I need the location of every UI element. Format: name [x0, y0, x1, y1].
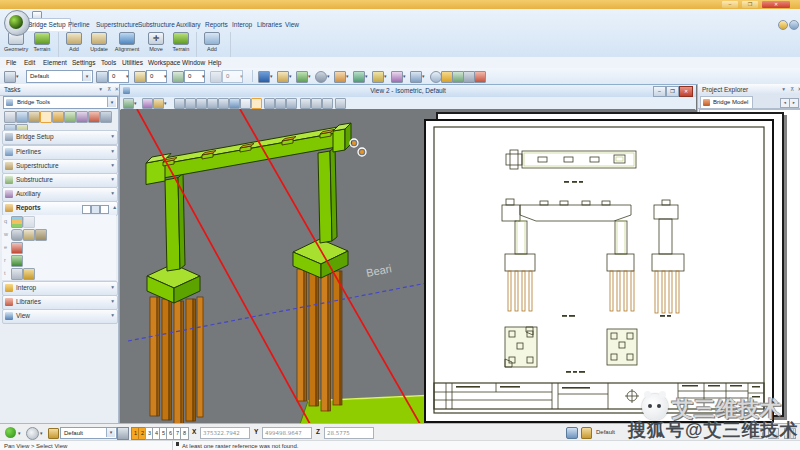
task-dropdown-caret-icon[interactable]: ▾	[107, 97, 116, 107]
report-row-q[interactable]: q	[2, 215, 116, 229]
panel-pin-icon[interactable]: ⊼	[790, 84, 794, 95]
z-coordinate-field[interactable]: 28.5775	[324, 427, 374, 439]
point-clouds-caret-icon[interactable]: ▾	[327, 73, 330, 79]
menu-window[interactable]: Window	[180, 58, 207, 67]
report-row-e[interactable]: e	[2, 241, 116, 255]
section-interop[interactable]: Interop▾	[2, 281, 118, 296]
zoom-in-icon[interactable]	[185, 98, 196, 109]
selection-mode-icon[interactable]	[566, 427, 578, 439]
active-locks-icon[interactable]	[581, 427, 592, 439]
markups-icon[interactable]	[391, 71, 403, 83]
report-row-r[interactable]: r	[2, 254, 116, 268]
status-grid-icon[interactable]	[784, 428, 796, 439]
references-icon[interactable]	[277, 71, 289, 83]
place-pier-icon[interactable]	[28, 111, 40, 123]
level-caret-icon[interactable]: ▾	[126, 73, 129, 79]
menu-element[interactable]: Element	[41, 58, 69, 67]
report-row-t[interactable]: t	[2, 267, 116, 281]
details-caret-icon[interactable]: ▾	[422, 73, 425, 79]
chevron-down-icon[interactable]: ▾	[111, 296, 114, 307]
auxiliary-coordinates-icon[interactable]	[372, 71, 384, 83]
menu-settings[interactable]: Settings	[70, 58, 98, 67]
point-clouds-icon[interactable]	[315, 71, 327, 83]
saved-view-icon[interactable]	[335, 98, 346, 109]
panel-menu-caret-icon[interactable]: ▾	[782, 84, 785, 95]
view-previous-icon[interactable]	[275, 98, 286, 109]
view-grid-icon[interactable]	[82, 205, 91, 214]
combo-caret-icon[interactable]: ▾	[106, 428, 115, 437]
sheet-front-page[interactable]	[424, 119, 774, 423]
rotate-view-icon[interactable]	[229, 98, 240, 109]
pan-view-icon[interactable]	[240, 98, 251, 109]
models-icon[interactable]	[258, 71, 270, 83]
view-restore-icon[interactable]: ❐	[666, 86, 679, 97]
display-mode-caret-icon[interactable]: ▾	[134, 100, 137, 106]
menu-file[interactable]: File	[4, 58, 18, 67]
view-adjust-icon[interactable]	[142, 98, 153, 109]
menu-utilities[interactable]: Utilities	[120, 58, 145, 67]
active-element-template-icon[interactable]	[4, 71, 16, 83]
element-selection-icon[interactable]	[4, 111, 16, 123]
x-coordinate-field[interactable]: 375322.7942	[200, 427, 250, 439]
terrain-button[interactable]: Terrain	[30, 32, 54, 56]
cells-icon[interactable]	[353, 71, 365, 83]
chevron-down-icon[interactable]: ▾	[111, 146, 114, 157]
update-bridge-button[interactable]: Update	[87, 32, 111, 56]
active-tool-icon[interactable]	[40, 111, 52, 123]
locks-icon[interactable]	[48, 428, 59, 439]
window-area-icon[interactable]	[207, 98, 218, 109]
fit-view-icon[interactable]	[218, 98, 229, 109]
section-bridge-setup[interactable]: Bridge Setup▾	[2, 130, 118, 145]
zoom-out-icon[interactable]	[196, 98, 207, 109]
place-abutment-icon[interactable]	[52, 111, 64, 123]
collapse-icon[interactable]: ▴	[113, 202, 116, 213]
view-details-icon[interactable]	[100, 205, 109, 214]
ribbon-options-icon[interactable]	[789, 20, 799, 30]
template-caret-icon[interactable]: ▾	[16, 73, 19, 79]
delete-element-icon[interactable]	[474, 71, 486, 83]
section-reports[interactable]: Reports ▴	[2, 201, 118, 216]
view-brightness-icon[interactable]	[153, 98, 164, 109]
color-caret-icon[interactable]: ▾	[164, 73, 167, 79]
bridge-reports-icon[interactable]	[100, 111, 112, 123]
ribbon-tab-interop[interactable]: Interop	[228, 19, 256, 31]
panel-menu-caret-icon[interactable]: ▾	[99, 84, 102, 95]
task-list-dropdown[interactable]: Bridge Tools ▾	[3, 96, 118, 109]
line-style-caret-icon[interactable]: ▾	[202, 73, 205, 79]
view-close-icon[interactable]: ✕	[679, 86, 693, 97]
snap-mode-icon[interactable]	[26, 427, 39, 440]
delete-bridge-icon[interactable]	[88, 111, 100, 123]
raster-caret-icon[interactable]: ▾	[308, 73, 311, 79]
active-level-icon[interactable]	[96, 71, 108, 83]
place-deck-icon[interactable]	[76, 111, 88, 123]
references-caret-icon[interactable]: ▾	[289, 73, 292, 79]
view-rotation-active-icon[interactable]	[251, 98, 262, 109]
section-auxiliary[interactable]: Auxiliary▾	[2, 187, 118, 202]
drawing-sheet-overlay[interactable]	[424, 112, 784, 423]
close-button[interactable]: ✕	[762, 1, 790, 8]
markups-caret-icon[interactable]: ▾	[403, 73, 406, 79]
restore-button[interactable]: ❐	[742, 1, 758, 8]
cells-caret-icon[interactable]: ▾	[365, 73, 368, 79]
menu-edit[interactable]: Edit	[22, 58, 37, 67]
menu-tools[interactable]: Tools	[99, 58, 118, 67]
view-minimize-icon[interactable]: –	[653, 86, 666, 97]
add-unit-button[interactable]: Add	[200, 32, 224, 56]
line-style-icon[interactable]	[172, 71, 184, 83]
chevron-down-icon[interactable]: ▾	[111, 310, 114, 321]
section-libraries[interactable]: Libraries▾	[2, 295, 118, 310]
alignment-button[interactable]: Alignment	[112, 32, 142, 56]
menu-help[interactable]: Help	[206, 58, 223, 67]
minimize-button[interactable]: –	[722, 1, 738, 8]
active-color-icon[interactable]	[134, 71, 146, 83]
move-bridge-button[interactable]: ✛ Move	[144, 32, 168, 56]
chevron-down-icon[interactable]: ▾	[111, 160, 114, 171]
details-icon[interactable]	[410, 71, 422, 83]
section-view[interactable]: View▾	[2, 309, 118, 324]
combo-caret-icon[interactable]: ▾	[82, 71, 91, 81]
section-pierlines[interactable]: Pierlines▾	[2, 145, 118, 160]
view-display-mode-icon[interactable]	[123, 98, 134, 109]
add-bridge-button[interactable]: Add	[62, 32, 86, 56]
pier-column-left[interactable]	[165, 174, 185, 272]
ribbon-tab-pierline[interactable]: Pierline	[64, 19, 94, 31]
